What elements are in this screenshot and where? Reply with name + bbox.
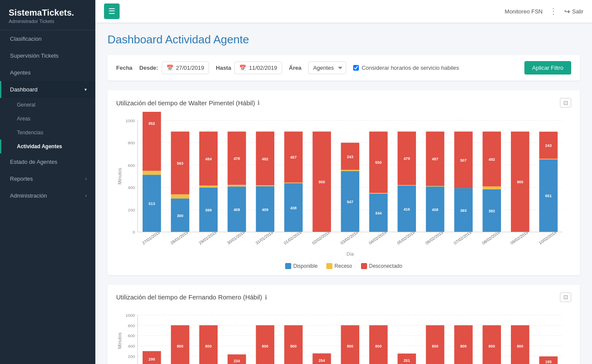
svg-rect-45 xyxy=(284,182,303,183)
svg-text:600: 600 xyxy=(128,163,135,168)
svg-text:251: 251 xyxy=(403,358,410,363)
checkbox-label: Considerar horarios de servicio habiles xyxy=(361,65,459,71)
monitor-label: Monitoreo FSN xyxy=(505,8,543,15)
page-title: Dashboard Actividad Agente xyxy=(107,33,580,46)
sidebar-item-agentes[interactable]: Agentes xyxy=(0,64,95,81)
chart1-svg: 02004006008001000Minutos51385227/01/2019… xyxy=(116,112,571,258)
service-hours-checkbox[interactable] xyxy=(353,65,359,71)
svg-text:479: 479 xyxy=(403,156,410,161)
logout-icon: ↪ xyxy=(564,7,570,16)
desde-value: 27/01/2019 xyxy=(176,65,204,71)
logout-button[interactable]: ↪ Salir xyxy=(564,7,583,16)
nav-label: Estado de Agentes xyxy=(10,159,57,165)
svg-text:1000: 1000 xyxy=(126,313,136,318)
sidebar-item-supervision[interactable]: Supervisión Tickets xyxy=(0,47,95,64)
svg-rect-54 xyxy=(341,170,359,171)
svg-text:298: 298 xyxy=(149,357,155,361)
sidebar-nav: Clasificacion Supervisión Tickets Agente… xyxy=(0,30,95,364)
sub-nav-label: Areas xyxy=(17,116,30,122)
chart1-header: Utilización del tiempo de Walter Pimente… xyxy=(116,98,571,107)
desde-label: Desde: xyxy=(140,65,158,71)
svg-text:382: 382 xyxy=(488,209,495,213)
legend-dot-receso xyxy=(326,263,332,269)
chevron-right-icon: › xyxy=(85,176,87,181)
svg-text:457: 457 xyxy=(290,155,297,159)
legend-label-disponible: Disponible xyxy=(293,263,318,269)
svg-text:408: 408 xyxy=(234,208,240,212)
sidebar-item-dashboard[interactable]: Dashboard ▾ xyxy=(0,81,95,98)
sidebar-subitem-areas[interactable]: Areas xyxy=(0,112,95,126)
brand-prefix: Sistema xyxy=(9,8,42,17)
hasta-input[interactable]: 📅 11/02/2019 xyxy=(234,62,282,74)
svg-text:800: 800 xyxy=(432,344,439,348)
more-options-icon[interactable]: ⋮ xyxy=(550,6,557,16)
svg-text:492: 492 xyxy=(488,157,495,162)
legend-dot-disponible xyxy=(285,263,291,269)
chart2-title-text: Utilización del tiempo de Fernando Romer… xyxy=(116,293,262,301)
chart2-card: Utilización del tiempo de Fernando Romer… xyxy=(107,285,580,364)
nav-label: Administración xyxy=(10,192,47,199)
date-hasta-group: Hasta 📅 11/02/2019 xyxy=(216,62,282,74)
svg-text:416: 416 xyxy=(403,207,410,211)
topbar-right: Monitoreo FSN ⋮ ↪ Salir xyxy=(505,6,583,16)
sidebar-item-clasificacion[interactable]: Clasificacion xyxy=(0,30,95,47)
chart1-expand-button[interactable]: ⊡ xyxy=(560,98,571,107)
svg-text:484: 484 xyxy=(205,157,212,161)
svg-text:409: 409 xyxy=(262,208,268,212)
sidebar-item-reportes[interactable]: Reportes › xyxy=(0,170,95,187)
filter-bar: Fecha Desde: 📅 27/01/2019 Hasta 📅 11/02/… xyxy=(107,55,580,81)
svg-text:243: 243 xyxy=(347,155,353,159)
sidebar-item-administracion[interactable]: Administración › xyxy=(0,187,95,204)
svg-text:254: 254 xyxy=(319,358,325,362)
svg-text:Día: Día xyxy=(346,251,354,257)
sidebar-subitem-tendencias[interactable]: Tendencias xyxy=(0,126,95,140)
fecha-label: Fecha xyxy=(116,65,133,71)
svg-text:900: 900 xyxy=(319,180,325,184)
area-label: Área xyxy=(289,65,302,71)
chart2-expand-button[interactable]: ⊡ xyxy=(560,292,571,302)
svg-text:800: 800 xyxy=(262,344,268,348)
svg-text:344: 344 xyxy=(375,211,382,215)
svg-text:200: 200 xyxy=(128,354,135,359)
svg-rect-27 xyxy=(199,185,218,187)
area-select[interactable]: Agentes Todas xyxy=(308,62,346,74)
desde-input[interactable]: 📅 27/01/2019 xyxy=(162,62,209,74)
svg-text:400: 400 xyxy=(128,344,135,348)
svg-text:600: 600 xyxy=(128,333,135,338)
svg-text:513: 513 xyxy=(149,202,155,206)
main-area: ☰ Monitoreo FSN ⋮ ↪ Salir Dashboard Acti… xyxy=(95,0,592,364)
menu-toggle-button[interactable]: ☰ xyxy=(104,3,120,19)
svg-rect-83 xyxy=(482,186,501,189)
svg-text:Minutos: Minutos xyxy=(117,332,122,349)
svg-text:200: 200 xyxy=(128,208,135,212)
sub-nav-label: General xyxy=(17,102,36,108)
svg-text:852: 852 xyxy=(149,121,155,126)
brand-name: SistemaTickets. xyxy=(9,8,87,18)
legend-dot-desconectado xyxy=(361,263,367,269)
svg-text:478: 478 xyxy=(234,156,240,161)
apply-filter-button[interactable]: Aplicar Filtro xyxy=(524,61,571,75)
svg-text:234: 234 xyxy=(234,359,240,363)
svg-text:800: 800 xyxy=(375,344,382,348)
svg-text:800: 800 xyxy=(128,140,135,145)
info-icon: ℹ xyxy=(257,99,260,106)
svg-text:800: 800 xyxy=(290,344,297,348)
chart2-svg: 02004006008001000Minutos29827/01/2019800… xyxy=(116,306,571,364)
topbar-left: ☰ xyxy=(104,3,120,19)
nav-label: Agentes xyxy=(10,69,31,76)
svg-text:243: 243 xyxy=(545,143,552,148)
svg-text:900: 900 xyxy=(517,180,524,184)
nav-label: Reportes xyxy=(10,176,33,182)
sub-nav-label: Tendencias xyxy=(17,130,43,136)
svg-text:399: 399 xyxy=(205,208,212,212)
sidebar-subitem-general[interactable]: General xyxy=(0,98,95,112)
chart1-container: 02004006008001000Minutos51385227/01/2019… xyxy=(116,112,571,260)
svg-text:800: 800 xyxy=(347,344,353,348)
legend-receso: Receso xyxy=(326,263,352,269)
legend-label-receso: Receso xyxy=(335,263,352,269)
legend-label-desconectado: Desconectado xyxy=(369,263,403,269)
brand-suffix: Tickets. xyxy=(42,8,74,17)
svg-text:438: 438 xyxy=(290,206,297,210)
sidebar-item-estado[interactable]: Estado de Agentes xyxy=(0,153,95,170)
sidebar-subitem-actividad[interactable]: Actividad Agentes xyxy=(0,140,95,153)
